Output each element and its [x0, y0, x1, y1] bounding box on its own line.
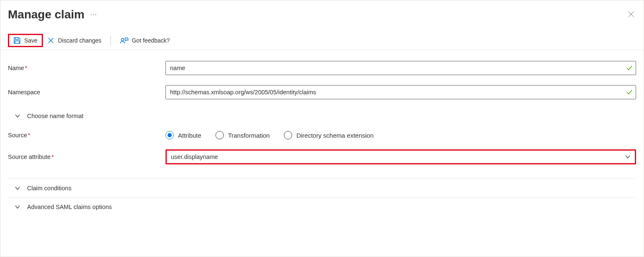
discard-button[interactable]: Discard changes	[43, 35, 105, 46]
label-source-attribute: Source attribute*	[8, 154, 165, 160]
row-source-attribute: Source attribute* user.displayname	[8, 149, 636, 164]
feedback-label: Got feedback?	[132, 37, 170, 44]
label-name: Name*	[8, 65, 165, 71]
name-input[interactable]	[165, 61, 636, 75]
row-name: Name*	[8, 61, 636, 75]
radio-directory-schema-extension[interactable]: Directory schema extension	[284, 131, 373, 139]
radio-attribute[interactable]: Attribute	[165, 131, 201, 139]
save-label: Save	[24, 37, 38, 44]
row-source: Source* Attribute Transformation Directo…	[8, 131, 636, 139]
save-button[interactable]: Save	[8, 34, 43, 47]
chevron-down-icon	[625, 154, 631, 160]
close-button[interactable]	[626, 9, 636, 20]
chevron-down-icon	[15, 113, 20, 119]
feedback-icon	[120, 37, 128, 44]
claim-conditions-expander[interactable]: Claim conditions	[8, 179, 636, 197]
chevron-down-icon	[15, 185, 20, 191]
more-icon[interactable]: ···	[90, 11, 97, 18]
label-namespace: Namespace	[8, 89, 165, 96]
header-row: Manage claim ···	[8, 8, 636, 21]
choose-name-format-label: Choose name format	[27, 113, 83, 119]
advanced-saml-expander[interactable]: Advanced SAML claims options	[8, 197, 636, 216]
namespace-input[interactable]	[165, 85, 636, 99]
source-radio-group: Attribute Transformation Directory schem…	[165, 131, 636, 139]
toolbar: Save Discard changes Got feedback?	[0, 34, 644, 50]
feedback-button[interactable]: Got feedback?	[116, 35, 174, 46]
check-icon	[626, 89, 633, 96]
radio-icon	[284, 131, 292, 139]
source-attribute-dropdown[interactable]: user.displayname	[165, 149, 636, 164]
required-indicator: *	[25, 65, 28, 71]
radio-icon	[216, 131, 224, 139]
label-source: Source*	[8, 132, 165, 139]
advanced-saml-label: Advanced SAML claims options	[27, 204, 112, 210]
row-namespace: Namespace	[8, 85, 636, 99]
page-title: Manage claim	[8, 8, 85, 21]
check-icon	[626, 65, 633, 71]
chevron-down-icon	[15, 204, 20, 210]
radio-icon	[165, 131, 174, 139]
required-indicator: *	[51, 154, 54, 160]
toolbar-separator	[110, 36, 111, 45]
source-attribute-value: user.displayname	[171, 154, 218, 160]
required-indicator: *	[28, 132, 30, 139]
discard-icon	[47, 37, 55, 44]
save-icon	[13, 37, 21, 44]
radio-transformation[interactable]: Transformation	[216, 131, 270, 139]
discard-label: Discard changes	[58, 37, 101, 44]
choose-name-format-expander[interactable]: Choose name format	[15, 109, 636, 123]
svg-point-0	[121, 38, 124, 41]
claim-conditions-label: Claim conditions	[27, 185, 71, 191]
